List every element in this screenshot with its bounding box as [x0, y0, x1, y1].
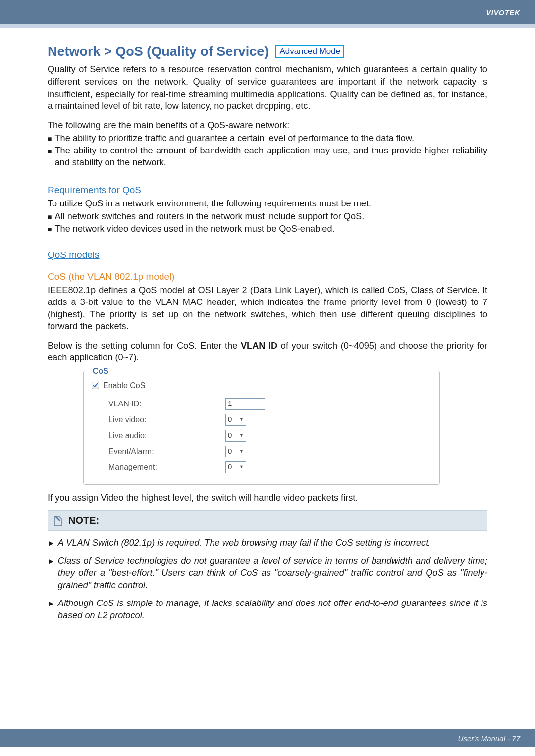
- page-content: Network > QoS (Quality of Service) Advan…: [0, 28, 535, 637]
- list-item: ■ The network video devices used in the …: [48, 223, 487, 235]
- check-icon: [93, 383, 98, 388]
- enable-cos-checkbox[interactable]: [92, 382, 99, 389]
- benefits-list: ■ The ability to prioritize traffic and …: [48, 132, 487, 169]
- square-bullet-icon: ■: [48, 225, 52, 234]
- cos-setting-pre: Below is the setting column for CoS. Ent…: [48, 341, 241, 351]
- chevron-down-icon: ▼: [239, 464, 244, 470]
- qos-models-heading: QoS models: [48, 249, 487, 261]
- vlan-id-input[interactable]: 1: [225, 398, 265, 410]
- live-video-label: Live video:: [92, 414, 225, 425]
- vlan-id-row: VLAN ID: 1: [92, 398, 431, 410]
- square-bullet-icon: ■: [48, 134, 52, 144]
- management-row: Management: 0 ▼: [92, 461, 431, 473]
- vlan-id-label: VLAN ID:: [92, 399, 225, 409]
- management-label: Management:: [92, 462, 225, 473]
- note-item: ► Class of Service technologies do not g…: [48, 555, 487, 592]
- benefit-text: The ability to prioritize traffic and gu…: [54, 132, 487, 145]
- live-video-select[interactable]: 0 ▼: [225, 414, 246, 426]
- page-title: Network > QoS (Quality of Service): [48, 43, 268, 60]
- requirements-list: ■ All network switches and routers in th…: [48, 210, 487, 235]
- live-video-row: Live video: 0 ▼: [92, 414, 431, 426]
- square-bullet-icon: ■: [48, 212, 52, 222]
- triangle-bullet-icon: ►: [48, 599, 55, 608]
- note-title: NOTE:: [68, 514, 99, 527]
- chevron-down-icon: ▼: [239, 432, 244, 438]
- live-audio-row: Live audio: 0 ▼: [92, 430, 431, 442]
- footer-text: User's Manual - 77: [458, 734, 520, 743]
- cos-setting-bold: VLAN ID: [241, 341, 277, 351]
- cos-setting-paragraph: Below is the setting column for CoS. Ent…: [48, 340, 487, 364]
- intro-paragraph: Quality of Service refers to a resource …: [48, 63, 487, 112]
- note-header-bar: NOTE:: [48, 510, 487, 531]
- live-audio-label: Live audio:: [92, 430, 225, 441]
- requirement-text: All network switches and routers in the …: [54, 210, 487, 223]
- select-value: 0: [228, 462, 232, 472]
- brand-label: VIVOTEK: [486, 9, 520, 17]
- enable-cos-row: Enable CoS: [92, 380, 431, 391]
- requirements-heading: Requirements for QoS: [48, 184, 487, 197]
- note-item: ► A VLAN Switch (802.1p) is required. Th…: [48, 537, 487, 549]
- benefits-lead: The following are the main benefits of a…: [48, 119, 487, 132]
- select-value: 0: [228, 446, 232, 456]
- list-item: ■ The ability to control the amount of b…: [48, 145, 487, 169]
- cos-settings-panel: CoS Enable CoS VLAN ID: 1 Live video: 0 …: [83, 371, 440, 485]
- live-audio-select[interactable]: 0 ▼: [225, 430, 246, 442]
- enable-cos-label: Enable CoS: [103, 380, 145, 391]
- triangle-bullet-icon: ►: [48, 556, 55, 566]
- note-text: Class of Service technologies do not gua…: [58, 555, 487, 592]
- footer-bar: User's Manual - 77: [0, 729, 535, 747]
- cos-paragraph: IEEE802.1p defines a QoS model at OSI La…: [48, 284, 487, 333]
- list-item: ■ All network switches and routers in th…: [48, 210, 487, 223]
- event-alarm-select[interactable]: 0 ▼: [225, 446, 246, 457]
- requirement-text: The network video devices used in the ne…: [54, 223, 487, 235]
- management-select[interactable]: 0 ▼: [225, 461, 246, 473]
- note-text: A VLAN Switch (802.1p) is required. The …: [58, 537, 487, 549]
- list-item: ■ The ability to prioritize traffic and …: [48, 132, 487, 145]
- benefit-text: The ability to control the amount of ban…: [54, 145, 487, 169]
- cos-heading: CoS (the VLAN 802.1p model): [48, 270, 487, 283]
- select-value: 0: [228, 414, 232, 424]
- advanced-mode-badge: Advanced Mode: [275, 45, 344, 58]
- title-row: Network > QoS (Quality of Service) Advan…: [48, 43, 487, 60]
- header-bar: VIVOTEK: [0, 0, 535, 24]
- event-alarm-label: Event/Alarm:: [92, 446, 225, 457]
- after-panel-text: If you assign Video the highest level, t…: [48, 492, 487, 504]
- requirements-lead: To utilize QoS in a network environment,…: [48, 198, 487, 210]
- event-alarm-row: Event/Alarm: 0 ▼: [92, 446, 431, 457]
- chevron-down-icon: ▼: [239, 416, 244, 422]
- square-bullet-icon: ■: [48, 147, 52, 156]
- note-item: ► Although CoS is simple to manage, it l…: [48, 597, 487, 621]
- header-underline: [0, 24, 535, 28]
- note-text: Although CoS is simple to manage, it lac…: [58, 597, 487, 621]
- chevron-down-icon: ▼: [239, 448, 244, 454]
- cos-panel-legend: CoS: [90, 366, 111, 377]
- note-pencil-icon: [53, 514, 63, 527]
- select-value: 0: [228, 430, 232, 440]
- triangle-bullet-icon: ►: [48, 538, 55, 548]
